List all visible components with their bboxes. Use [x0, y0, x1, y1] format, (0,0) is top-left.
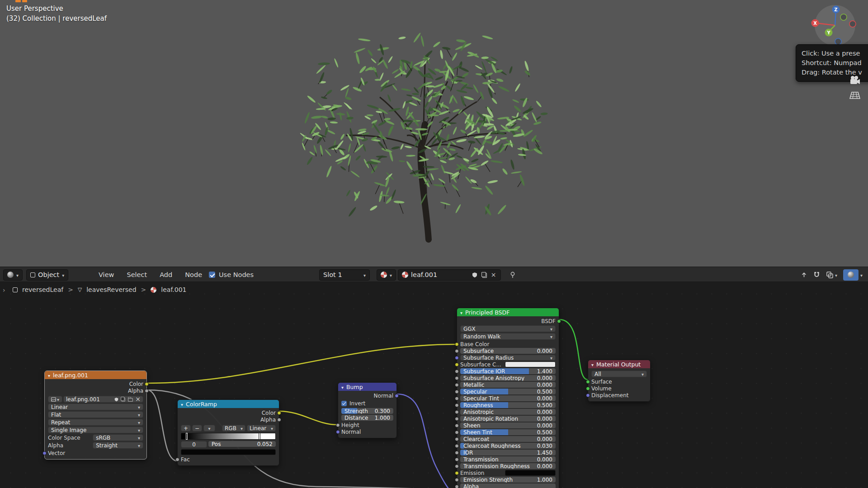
input-socket[interactable]: [455, 403, 459, 407]
param-slider[interactable]: Sheen0.000: [460, 422, 556, 428]
fake-user-shield-icon[interactable]: [471, 272, 478, 278]
param-slider[interactable]: Roughness0.500: [460, 402, 556, 408]
input-socket[interactable]: [455, 450, 459, 455]
ramp-specials-dropdown[interactable]: [203, 425, 215, 432]
input-socket[interactable]: [455, 376, 459, 380]
principled-param-row[interactable]: Alpha: [460, 483, 556, 488]
input-socket[interactable]: [455, 410, 459, 414]
strength-slider[interactable]: Strength 0.300: [341, 408, 393, 414]
shading-preview-toggle[interactable]: [843, 269, 859, 281]
input-socket[interactable]: [455, 396, 459, 400]
input-socket[interactable]: [455, 356, 459, 360]
output-alpha-socket[interactable]: [145, 389, 149, 393]
input-socket[interactable]: [455, 437, 459, 441]
node-colorramp[interactable]: ColorRamp Color Alpha + − RGB Linear 0: [177, 399, 279, 466]
param-slider[interactable]: Emission Strength1.000: [460, 477, 556, 483]
collapse-node-icon[interactable]: [591, 361, 594, 368]
breadcrumb-object[interactable]: reversedLeaf: [22, 286, 63, 293]
param-slider[interactable]: Anisotropic0.000: [460, 409, 556, 415]
input-fac-socket[interactable]: [175, 458, 179, 462]
principled-param-row[interactable]: Roughness0.500: [460, 402, 556, 408]
breadcrumb-mesh[interactable]: leavesReversed: [86, 286, 136, 293]
fake-user-shield-icon[interactable]: [114, 397, 118, 402]
input-socket[interactable]: [455, 342, 459, 346]
input-socket[interactable]: [455, 444, 459, 448]
source-dropdown[interactable]: Single Image: [48, 427, 143, 433]
ramp-interpolation-dropdown[interactable]: Linear: [247, 425, 276, 432]
menu-select[interactable]: Select: [124, 271, 150, 278]
collapse-node-icon[interactable]: [48, 372, 50, 379]
input-height-socket[interactable]: [336, 423, 340, 427]
output-alpha-socket[interactable]: [277, 418, 281, 422]
stop-index-field[interactable]: 0: [181, 441, 207, 448]
input-socket[interactable]: [455, 457, 459, 461]
extension-dropdown[interactable]: Repeat: [48, 419, 143, 426]
breadcrumb-material[interactable]: leaf.001: [161, 286, 186, 293]
gizmo-y-label[interactable]: Y: [826, 30, 830, 35]
distribution-dropdown[interactable]: GGX: [460, 325, 556, 332]
input-socket[interactable]: [455, 383, 459, 387]
shader-type-dropdown[interactable]: Object: [26, 269, 68, 281]
principled-param-row[interactable]: Specular0.500: [460, 389, 556, 394]
invert-checkbox[interactable]: [341, 401, 347, 406]
color-mode-dropdown[interactable]: RGB: [222, 425, 245, 432]
principled-param-row[interactable]: IOR1.450: [460, 450, 556, 455]
principled-param-row[interactable]: Emission Strength1.000: [460, 477, 556, 483]
param-slider[interactable]: Subsurface Anisotropy0.000: [460, 375, 556, 381]
input-socket[interactable]: [455, 430, 459, 434]
ramp-stop-selected[interactable]: [186, 433, 188, 440]
input-socket[interactable]: [455, 369, 459, 373]
interpolation-dropdown[interactable]: Linear: [48, 404, 143, 410]
principled-param-row[interactable]: Transmission Roughness0.000: [460, 463, 556, 469]
output-color-socket[interactable]: [277, 411, 281, 415]
input-socket[interactable]: [455, 389, 459, 394]
param-color-swatch[interactable]: [505, 361, 556, 367]
node-material-output[interactable]: Material Output All Surface Volume Displ…: [588, 360, 651, 402]
distance-slider[interactable]: Distance 1.000: [341, 415, 393, 421]
principled-param-row[interactable]: Specular Tint0.000: [460, 395, 556, 401]
output-color-socket[interactable]: [145, 382, 149, 386]
param-slider[interactable]: Clearcoat Roughness0.030: [460, 443, 556, 449]
output-bsdf-socket[interactable]: [557, 319, 561, 324]
principled-param-row[interactable]: Subsurface IOR1.400: [460, 368, 556, 374]
subsurface-method-dropdown[interactable]: Random Walk: [460, 333, 556, 340]
param-slider[interactable]: Subsurface0.000: [460, 348, 556, 354]
input-surface-socket[interactable]: [586, 380, 590, 384]
collapse-node-icon[interactable]: [181, 401, 183, 408]
browse-material-button[interactable]: [377, 269, 396, 281]
param-slider[interactable]: Specular0.500: [460, 389, 556, 394]
new-material-copy-icon[interactable]: [481, 272, 487, 278]
principled-param-row[interactable]: Emission: [460, 470, 556, 476]
gizmo-z-label[interactable]: Z: [834, 7, 837, 12]
input-socket[interactable]: [455, 423, 459, 427]
principled-param-row[interactable]: Subsurface C...: [460, 361, 556, 367]
breadcrumb-caret-icon[interactable]: ›: [3, 286, 5, 294]
ramp-stop[interactable]: [259, 433, 260, 440]
node-image-texture[interactable]: leaf.png.001 Color Alpha leaf.png.001: [44, 371, 147, 460]
overlays-dropdown[interactable]: [826, 271, 837, 279]
principled-param-row[interactable]: Subsurface Radius: [460, 355, 556, 361]
collapse-node-icon[interactable]: [460, 309, 462, 316]
principled-param-row[interactable]: Subsurface0.000: [460, 348, 556, 354]
add-stop-button[interactable]: +: [181, 425, 191, 432]
remove-stop-button[interactable]: −: [192, 425, 202, 432]
colorspace-dropdown[interactable]: sRGB: [93, 434, 143, 441]
param-slider[interactable]: Clearcoat0.000: [460, 436, 556, 442]
input-socket[interactable]: [455, 417, 459, 421]
menu-view[interactable]: View: [96, 271, 117, 278]
input-vector-socket[interactable]: [42, 451, 47, 455]
grid-floor-icon[interactable]: [849, 89, 861, 101]
stop-position-slider[interactable]: Pos 0.052: [208, 441, 276, 447]
copy-image-icon[interactable]: [121, 397, 125, 401]
projection-dropdown[interactable]: Flat: [48, 411, 143, 418]
param-slider[interactable]: Transmission Roughness0.000: [460, 463, 556, 469]
output-target-dropdown[interactable]: All: [591, 371, 647, 377]
collapse-node-icon[interactable]: [341, 384, 344, 390]
unlink-material-icon[interactable]: [490, 272, 497, 278]
param-slider[interactable]: Subsurface IOR1.400: [460, 368, 556, 374]
unlink-image-icon[interactable]: [135, 396, 141, 403]
menu-node[interactable]: Node: [182, 271, 205, 278]
menu-add[interactable]: Add: [157, 271, 175, 278]
principled-param-row[interactable]: Metallic0.000: [460, 382, 556, 388]
principled-param-row[interactable]: Transmission0.000: [460, 456, 556, 462]
